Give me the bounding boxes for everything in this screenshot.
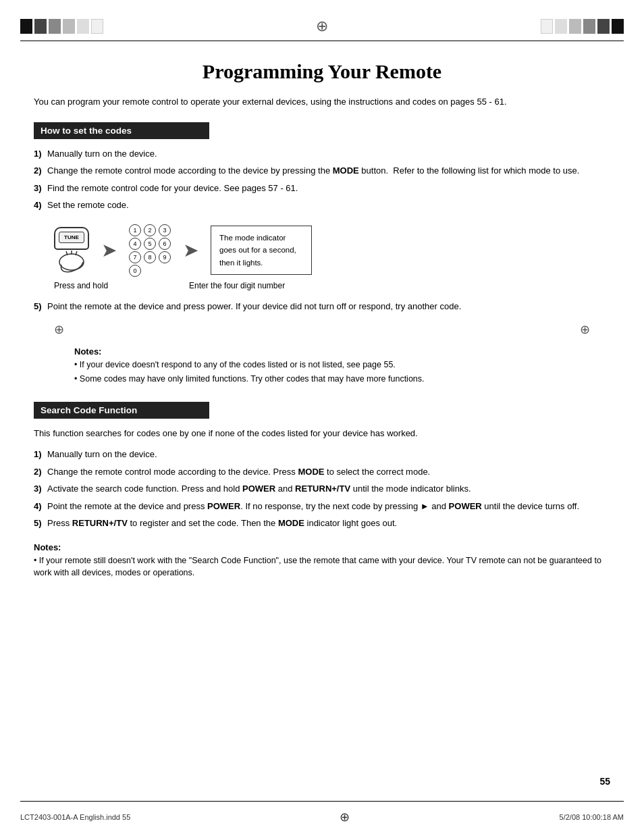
step-3-text: Find the remote control code for your de… xyxy=(47,183,298,193)
step-2-text: Change the remote control mode according… xyxy=(47,165,579,176)
crosshair-row-1: ⊕ ⊕ xyxy=(34,322,610,337)
left-crosshair-1: ⊕ xyxy=(54,322,64,337)
section2-intro: This function searches for codes one by … xyxy=(34,427,610,440)
remote-hand: TUNE xyxy=(54,227,89,273)
label-enter-number: Enter the four digit number xyxy=(189,281,285,290)
keypad-row-1: 1 2 3 xyxy=(129,224,171,236)
remote-tune-label: TUNE xyxy=(59,232,84,243)
key-6: 6 xyxy=(159,238,171,250)
return-bold-1: RETURN+/TV xyxy=(295,484,350,494)
mode-bold-1: MODE xyxy=(333,165,359,176)
s2-step-1: 1) Manually turn on the device. xyxy=(34,448,610,461)
step-3: 3) Find the remote control code for your… xyxy=(34,182,610,195)
section2-steps: 1) Manually turn on the device. 2) Chang… xyxy=(34,448,610,530)
mode-indicator-box: The mode indicator goes out for a second… xyxy=(211,226,312,275)
power-bold-3: POWER xyxy=(449,501,482,511)
section1-header: How to set the codes xyxy=(34,122,209,139)
notes-title-1: Notes: xyxy=(74,346,610,357)
s2-step-2: 2) Change the remote control mode accord… xyxy=(34,465,610,479)
diagram-labels: Press and hold Enter the four digit numb… xyxy=(54,281,610,290)
page-title: Programming Your Remote xyxy=(0,60,644,83)
power-bold-1: POWER xyxy=(242,484,275,494)
s2-step-5: 5) Press RETURN+/TV to register and set … xyxy=(34,517,610,530)
step-num-5: 5) xyxy=(34,300,42,313)
s2-step-num-5: 5) xyxy=(34,517,42,530)
bar-block-8 xyxy=(555,19,567,34)
step-num-1: 1) xyxy=(34,147,42,161)
power-bold-2: POWER xyxy=(207,501,240,511)
note-2-item-1: If your remote still doesn't work with t… xyxy=(34,554,610,580)
diagram-area: TUNE ➤ 1 2 3 xyxy=(54,224,610,277)
s2-step-num-3: 3) xyxy=(34,482,42,496)
key-0: 0 xyxy=(129,265,141,277)
section-search-code: Search Code Function This function searc… xyxy=(34,402,610,580)
bar-block-12 xyxy=(612,19,624,34)
note-1-item-1: If your device doesn't respond to any of… xyxy=(74,359,610,371)
step-1-text: Manually turn on the device. xyxy=(47,149,157,159)
s2-step-1-text: Manually turn on the device. xyxy=(47,449,157,459)
s2-step-4: 4) Point the remote at the device and pr… xyxy=(34,500,610,513)
return-bold-2: RETURN+/TV xyxy=(72,518,128,528)
footer-left: LCT2403-001A-A English.indd 55 xyxy=(20,813,130,821)
step-4: 4) Set the remote code. xyxy=(34,199,610,212)
intro-text: You can program your remote control to o… xyxy=(34,95,610,109)
section-how-to-set-codes: How to set the codes 1) Manually turn on… xyxy=(34,122,610,386)
key-4: 4 xyxy=(129,238,141,250)
step-2: 2) Change the remote control mode accord… xyxy=(34,164,610,178)
s2-step-4-text: Point the remote at the device and press… xyxy=(47,501,579,511)
s2-step-num-2: 2) xyxy=(34,465,42,479)
s2-step-5-text: Press RETURN+/TV to register and set the… xyxy=(47,518,397,528)
key-2: 2 xyxy=(144,224,156,236)
bar-block-4 xyxy=(63,19,75,34)
label-press-hold: Press and hold xyxy=(54,281,108,290)
footer-crosshair: ⊕ xyxy=(340,810,350,825)
arrow-right-1: ➤ xyxy=(101,239,117,261)
bar-block-2 xyxy=(34,19,47,34)
step-5: 5) Point the remote at the device and pr… xyxy=(34,300,610,313)
s2-step-num-1: 1) xyxy=(34,448,42,461)
note-1-item-2: Some codes may have only limited functio… xyxy=(74,373,610,386)
page-number: 55 xyxy=(599,776,610,787)
notes-title-2: Notes: xyxy=(34,542,610,552)
step-num-4: 4) xyxy=(34,199,42,212)
s2-step-3-text: Activate the search code function. Press… xyxy=(47,484,471,494)
hand-svg xyxy=(55,250,88,273)
bar-block-7 xyxy=(541,19,553,34)
top-decoration-bar: ⊕ xyxy=(0,0,644,41)
bar-block-9 xyxy=(569,19,581,34)
footer: LCT2403-001A-A English.indd 55 ⊕ 5/2/08 … xyxy=(0,810,644,825)
key-5: 5 xyxy=(144,238,156,250)
top-crosshair: ⊕ xyxy=(103,18,541,35)
footer-right: 5/2/08 10:00:18 AM xyxy=(560,813,624,821)
top-bar-right-blocks xyxy=(541,19,624,34)
key-9: 9 xyxy=(159,251,171,263)
content-area: You can program your remote control to o… xyxy=(0,95,644,579)
step-4-text: Set the remote code. xyxy=(47,200,129,210)
bar-block-6 xyxy=(91,19,103,34)
keypad-row-2: 4 5 6 xyxy=(129,238,171,250)
key-8: 8 xyxy=(144,251,156,263)
keypad-row-3: 7 8 9 xyxy=(129,251,171,263)
bar-block-11 xyxy=(597,19,610,34)
step-num-3: 3) xyxy=(34,182,42,195)
key-1: 1 xyxy=(129,224,141,236)
step-num-2: 2) xyxy=(34,164,42,178)
bar-block-3 xyxy=(49,19,61,34)
mode-box-text: The mode indicator goes out for a second… xyxy=(219,234,296,267)
s2-step-2-text: Change the remote control mode according… xyxy=(47,467,430,477)
s2-step-3: 3) Activate the search code function. Pr… xyxy=(34,482,610,496)
arrow-right-2: ➤ xyxy=(183,239,198,261)
step-5-text: Point the remote at the device and press… xyxy=(47,301,461,311)
top-bar-left-blocks xyxy=(20,19,103,34)
section1-step5: 5) Point the remote at the device and pr… xyxy=(34,300,610,313)
bar-block-10 xyxy=(583,19,595,34)
remote-body: TUNE xyxy=(54,227,89,250)
section1-steps: 1) Manually turn on the device. 2) Chang… xyxy=(34,147,610,212)
bar-block-1 xyxy=(20,19,32,34)
bar-block-5 xyxy=(77,19,89,34)
step-1: 1) Manually turn on the device. xyxy=(34,147,610,161)
mode-bold-2: MODE xyxy=(298,467,324,477)
keypad-diagram: 1 2 3 4 5 6 7 8 9 0 xyxy=(129,224,171,277)
section2-header: Search Code Function xyxy=(34,402,209,419)
key-3: 3 xyxy=(159,224,171,236)
